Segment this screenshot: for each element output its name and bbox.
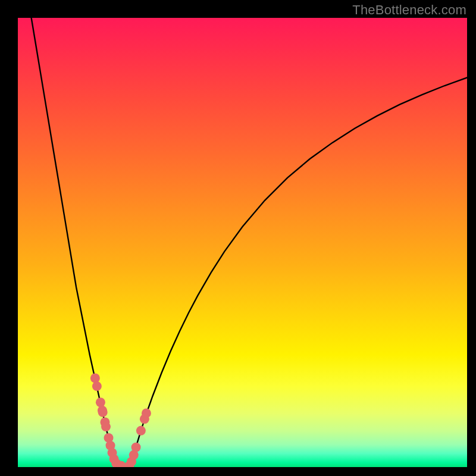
data-marker bbox=[92, 381, 102, 391]
markers-left bbox=[90, 374, 126, 467]
data-marker bbox=[131, 443, 141, 452]
data-marker bbox=[90, 374, 100, 383]
curve-left bbox=[32, 18, 117, 466]
data-marker bbox=[101, 422, 111, 431]
gradient-plot-area bbox=[18, 18, 467, 467]
chart-svg bbox=[18, 18, 467, 467]
data-marker bbox=[142, 408, 151, 418]
watermark-text: TheBottleneck.com bbox=[352, 2, 466, 18]
data-marker bbox=[136, 426, 146, 436]
data-marker bbox=[96, 397, 105, 407]
curve-right bbox=[130, 77, 467, 465]
chart-frame: TheBottleneck.com bbox=[0, 0, 476, 476]
curve-left-g-path bbox=[32, 18, 117, 466]
curve-right-g-path bbox=[130, 77, 467, 465]
markers-right bbox=[124, 408, 151, 467]
data-marker bbox=[98, 408, 108, 417]
